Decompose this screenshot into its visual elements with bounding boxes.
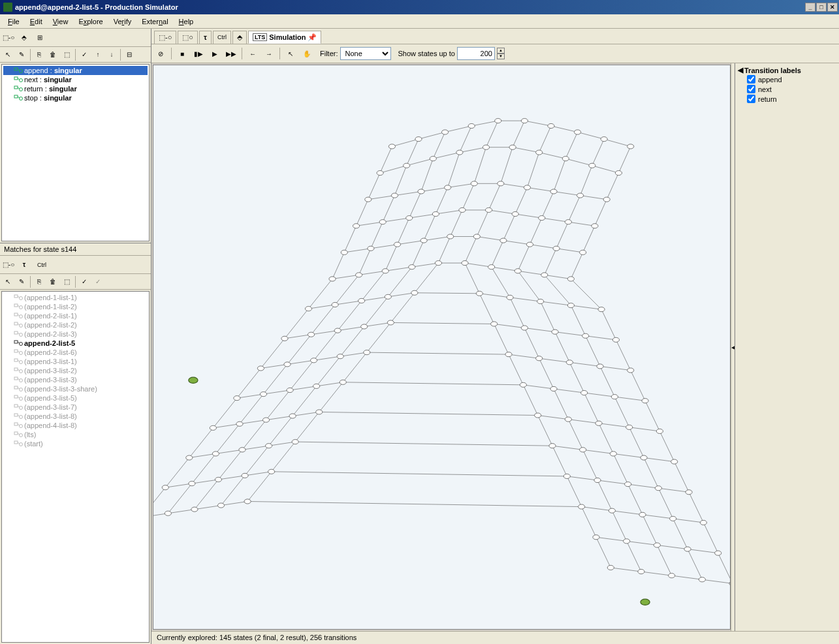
tabicon-ctrl[interactable]: Ctrl [213, 31, 231, 44]
toolbtn-b-delete[interactable]: 🗑 [46, 275, 59, 288]
match-item[interactable]: (append-3-list-3) [3, 375, 148, 384]
svg-point-360 [445, 185, 451, 190]
toolbtn-b-ctrl[interactable]: Ctrl [33, 258, 51, 272]
toolbtn-pointer[interactable]: ↖ [283, 46, 298, 61]
toolbtn-graph-1[interactable]: ⬚-○ [1, 31, 16, 45]
toolbtn-rename[interactable]: ⬚ [60, 48, 73, 61]
tabicon-graph[interactable]: ⬘ [232, 31, 247, 44]
svg-line-232 [218, 450, 242, 480]
states-input[interactable] [457, 47, 495, 60]
toolbtn-delete[interactable]: 🗑 [46, 48, 59, 61]
match-item[interactable]: (start) [3, 439, 148, 448]
graph-canvas[interactable] [153, 65, 731, 630]
rule-item-return[interactable]: return : singular [3, 84, 148, 93]
svg-point-458 [565, 417, 571, 422]
match-item[interactable]: (append-2-list-1) [3, 311, 148, 320]
toolbtn-b-tau[interactable]: τ [17, 258, 31, 272]
match-item[interactable]: (lts) [3, 430, 148, 439]
menu-external[interactable]: External [136, 16, 173, 27]
matches-tree[interactable]: (append-1-list-1)(append-1-list-2)(appen… [1, 291, 150, 643]
match-item[interactable]: (append-2-list-3) [3, 330, 148, 339]
toolbtn-down[interactable]: ↓ [105, 48, 118, 61]
match-item[interactable]: (append-3-list-5) [3, 393, 148, 403]
match-item[interactable]: (append-3-list-7) [3, 403, 148, 412]
tabicon-2[interactable]: ⬚○ [178, 31, 198, 44]
svg-line-184 [364, 297, 388, 327]
menu-explore[interactable]: Explore [73, 16, 108, 27]
svg-line-250 [221, 501, 248, 505]
tabicon-tau[interactable]: τ [199, 31, 212, 44]
toolbtn-play[interactable]: ▶ [208, 46, 222, 61]
svg-point-348 [404, 163, 410, 168]
right-area: ⬚-○ ⬚○ τ Ctrl ⬘ LTS Simulation 📌 ⊘ ■ ▮▶ … [151, 29, 839, 644]
filter-select[interactable]: None [340, 47, 391, 60]
rule-item-append[interactable]: append : singular [3, 66, 148, 75]
svg-line-318 [612, 511, 626, 542]
toolbtn-edit[interactable]: ✎ [15, 48, 28, 61]
match-item[interactable]: (append-3-list-8) [3, 412, 148, 421]
svg-line-158 [332, 275, 359, 279]
toolbtn-check[interactable]: ✓ [78, 48, 91, 61]
rules-tree[interactable]: append : singularnext : singularreturn :… [1, 64, 150, 241]
collapse-arrow-icon[interactable]: ◀ [738, 66, 743, 74]
transition-checkbox-next[interactable]: next [738, 84, 836, 94]
menu-edit[interactable]: Edit [25, 16, 48, 27]
toolbtn-copy[interactable]: ⎘ [33, 48, 46, 61]
match-item[interactable]: (append-4-list-8) [3, 421, 148, 430]
svg-point-349 [430, 157, 436, 161]
toolbtn-noentry[interactable]: ⊘ [153, 46, 168, 61]
toolbtn-table[interactable]: ⊞ [33, 31, 47, 45]
states-spin-down[interactable]: ▼ [497, 54, 505, 59]
menu-help[interactable]: Help [174, 16, 199, 27]
match-item[interactable]: (append-2-list-2) [3, 320, 148, 330]
match-item[interactable]: (append-2-list-6) [3, 348, 148, 357]
svg-point-34 [20, 361, 23, 364]
maximize-button[interactable]: □ [816, 3, 827, 12]
match-item[interactable]: (append-1-list-2) [3, 302, 148, 311]
menu-file[interactable]: File [3, 16, 25, 27]
toolbtn-graph-2[interactable]: ⬘ [17, 31, 31, 45]
match-item[interactable]: (append-3-list-2) [3, 366, 148, 375]
tab-lts-simulation[interactable]: LTS Simulation 📌 [248, 31, 322, 44]
states-spin-up[interactable]: ▲ [497, 48, 505, 54]
toolbtn-b-graph[interactable]: ⬚-○ [1, 258, 16, 272]
toolbtn-ff[interactable]: ▶▶ [224, 46, 238, 61]
statusbar: Currently explored: 145 states (2 final,… [151, 631, 839, 644]
toolbtn-stop[interactable]: ■ [175, 46, 189, 61]
svg-line-196 [367, 322, 391, 352]
toolbtn-cursor[interactable]: ↖ [1, 48, 14, 61]
svg-point-403 [308, 332, 314, 337]
toolbtn-b-edit[interactable]: ✎ [15, 275, 28, 288]
toolbtn-b-copy[interactable]: ⎘ [33, 275, 46, 288]
rule-item-next[interactable]: next : singular [3, 75, 148, 84]
toolbtn-forward[interactable]: → [262, 46, 276, 61]
tabicon-1[interactable]: ⬚-○ [154, 31, 176, 44]
svg-point-463 [580, 448, 586, 452]
svg-line-289 [538, 416, 552, 446]
toolbtn-b-check2[interactable]: ✓ [91, 275, 104, 288]
toolbtn-pause[interactable]: ▮▶ [191, 46, 206, 61]
transition-checkbox-append[interactable]: append [738, 74, 836, 84]
svg-line-183 [388, 293, 415, 297]
match-item[interactable]: (append-1-list-1) [3, 293, 148, 302]
svg-line-273 [539, 358, 554, 389]
toolbtn-b-cursor[interactable]: ↖ [1, 275, 14, 288]
toolbtn-hand[interactable]: ✋ [300, 46, 314, 61]
toolbtn-b-check[interactable]: ✓ [78, 275, 91, 288]
match-item[interactable]: append-2-list-5 [3, 339, 148, 348]
svg-point-428 [189, 482, 195, 486]
toolbtn-b-rename[interactable]: ⬚ [60, 275, 73, 288]
menu-verify[interactable]: Verify [108, 16, 137, 27]
toolbtn-back[interactable]: ← [245, 46, 260, 61]
transition-checkbox-return[interactable]: return [738, 94, 836, 104]
svg-point-46 [20, 397, 23, 401]
match-item[interactable]: (append-3-list-1) [3, 357, 148, 366]
svg-line-227 [189, 453, 216, 457]
menu-view[interactable]: View [48, 16, 74, 27]
minimize-button[interactable]: _ [805, 3, 815, 12]
toolbtn-collapse[interactable]: ⊟ [123, 48, 136, 61]
toolbtn-up[interactable]: ↑ [91, 48, 104, 61]
rule-item-stop[interactable]: stop : singular [3, 93, 148, 102]
close-button[interactable]: ✕ [827, 3, 838, 12]
match-item[interactable]: (append-3-list-3-share) [3, 384, 148, 393]
